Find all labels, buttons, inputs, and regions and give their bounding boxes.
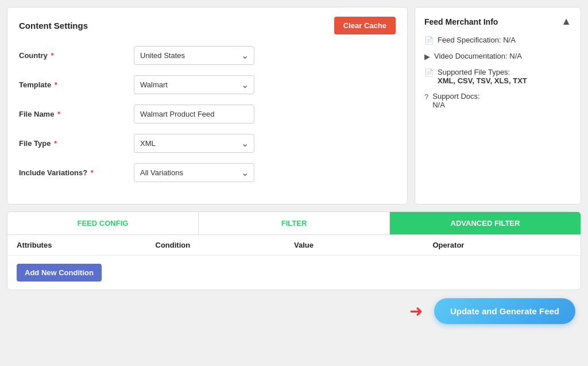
support-docs-icon: ? xyxy=(424,93,428,101)
panel-header: Content Settings Clear Cache xyxy=(19,17,396,34)
support-docs-value: N/A xyxy=(432,101,479,109)
col-header-attributes: Attributes xyxy=(17,241,156,249)
variations-row: Include Variations? * All Variations No … xyxy=(19,163,396,182)
variations-select[interactable]: All Variations No Variations Parent Only xyxy=(134,163,254,182)
required-star-variations: * xyxy=(88,168,94,177)
filetype-row: File Type * XML CSV TSV XLS TXT xyxy=(19,134,396,153)
arrow-icon: ➜ xyxy=(409,302,423,321)
tab-filter[interactable]: FILTER xyxy=(199,212,390,234)
filename-input[interactable] xyxy=(134,105,254,124)
template-select-wrapper: Walmart Amazon Google xyxy=(134,75,254,94)
clear-cache-button[interactable]: Clear Cache xyxy=(334,17,396,34)
feed-spec-label: Feed Specification: xyxy=(438,36,503,44)
country-control: United States Canada United Kingdom xyxy=(134,46,277,65)
file-types-icon: 📄 xyxy=(424,68,434,77)
merchant-panel-title: Feed Merchant Info xyxy=(424,17,498,26)
content-settings-panel: Content Settings Clear Cache Country * U… xyxy=(7,7,408,205)
variations-select-wrapper: All Variations No Variations Parent Only xyxy=(134,163,254,182)
file-types-label: Supported File Types: xyxy=(438,68,510,76)
filetype-select[interactable]: XML CSV TSV XLS TXT xyxy=(134,134,254,153)
video-doc-value: N/A xyxy=(509,52,522,60)
panel-title: Content Settings xyxy=(19,21,88,30)
country-select[interactable]: United States Canada United Kingdom xyxy=(134,46,254,65)
country-label: Country * xyxy=(19,51,134,60)
feed-spec-value: N/A xyxy=(503,36,516,44)
video-doc-label: Video Documentation: xyxy=(434,52,509,60)
merchant-info-row-1: ▶ Video Documentation: N/A xyxy=(424,52,571,61)
merchant-info-row-3: ? Support Docs: N/A xyxy=(424,92,571,109)
tab-feed-config[interactable]: FEED CONFIG xyxy=(7,212,199,234)
update-generate-feed-button[interactable]: Update and Generate Feed xyxy=(434,298,575,324)
col-header-condition: Condition xyxy=(156,241,295,249)
bottom-bar: ➜ Update and Generate Feed xyxy=(7,298,581,324)
arrow-container: ➜ xyxy=(409,302,425,321)
video-doc-icon: ▶ xyxy=(424,52,430,61)
merchant-panel-header: Feed Merchant Info ▲ xyxy=(424,16,571,28)
filetype-select-wrapper: XML CSV TSV XLS TXT xyxy=(134,134,254,153)
merchant-info-row-2: 📄 Supported File Types: XML, CSV, TSV, X… xyxy=(424,68,571,85)
filetype-control: XML CSV TSV XLS TXT xyxy=(134,134,277,153)
template-row: Template * Walmart Amazon Google xyxy=(19,75,396,94)
feed-spec-icon: 📄 xyxy=(424,36,434,45)
filename-control xyxy=(134,105,277,124)
add-condition-button[interactable]: Add New Condition xyxy=(17,264,102,282)
filetype-label: File Type * xyxy=(19,139,134,148)
tabs-row: FEED CONFIG FILTER ADVANCED FILTER xyxy=(7,212,581,235)
required-star-filetype: * xyxy=(52,139,57,148)
required-star: * xyxy=(49,51,54,60)
filename-row: File Name * xyxy=(19,105,396,124)
required-star-template: * xyxy=(52,80,57,89)
template-select[interactable]: Walmart Amazon Google xyxy=(134,75,254,94)
collapse-icon[interactable]: ▲ xyxy=(561,16,571,28)
filename-label: File Name * xyxy=(19,110,134,118)
tab-advanced-filter[interactable]: ADVANCED FILTER xyxy=(390,212,581,234)
file-types-value: XML, CSV, TSV, XLS, TXT xyxy=(438,76,527,85)
variations-label: Include Variations? * xyxy=(19,168,134,177)
template-label: Template * xyxy=(19,80,134,89)
table-body: Add New Condition xyxy=(7,256,581,290)
col-header-value: Value xyxy=(294,241,433,249)
col-header-operator: Operator xyxy=(433,241,572,249)
filter-section: FEED CONFIG FILTER ADVANCED FILTER Attri… xyxy=(7,211,581,290)
merchant-info-row-0: 📄 Feed Specification: N/A xyxy=(424,36,571,45)
country-row: Country * United States Canada United Ki… xyxy=(19,46,396,65)
template-control: Walmart Amazon Google xyxy=(134,75,277,94)
merchant-panel: Feed Merchant Info ▲ 📄 Feed Specificatio… xyxy=(415,7,581,205)
required-star-filename: * xyxy=(55,110,60,118)
table-header-row: Attributes Condition Value Operator xyxy=(7,235,581,256)
country-select-wrapper: United States Canada United Kingdom xyxy=(134,46,254,65)
support-docs-label: Support Docs: xyxy=(432,92,479,101)
variations-control: All Variations No Variations Parent Only xyxy=(134,163,277,182)
